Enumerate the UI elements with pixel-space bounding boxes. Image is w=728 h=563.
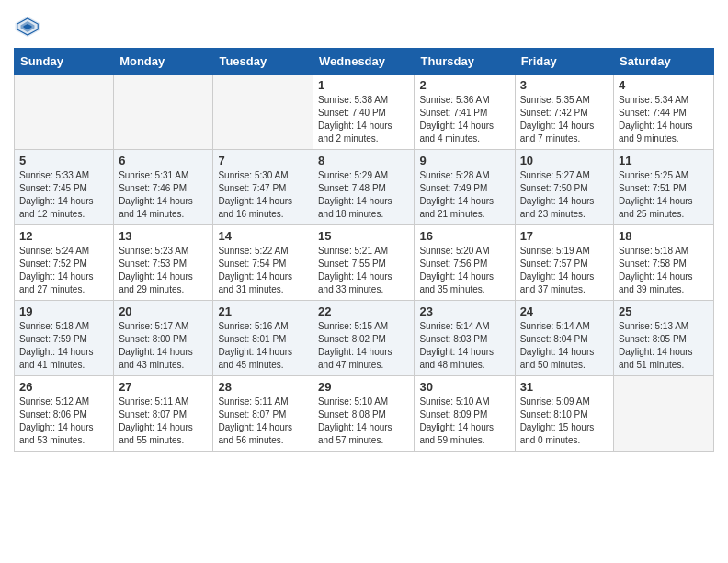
calendar-cell: 18Sunrise: 5:18 AM Sunset: 7:58 PM Dayli… [614, 225, 714, 301]
day-info: Sunrise: 5:17 AM Sunset: 8:00 PM Dayligh… [119, 320, 208, 372]
calendar-cell: 15Sunrise: 5:21 AM Sunset: 7:55 PM Dayli… [313, 225, 415, 301]
day-info: Sunrise: 5:16 AM Sunset: 8:01 PM Dayligh… [218, 320, 308, 372]
day-number: 31 [520, 380, 609, 394]
day-info: Sunrise: 5:18 AM Sunset: 7:59 PM Dayligh… [19, 320, 108, 372]
header [14, 9, 714, 40]
calendar-cell: 26Sunrise: 5:12 AM Sunset: 8:06 PM Dayli… [15, 376, 114, 452]
day-info: Sunrise: 5:23 AM Sunset: 7:53 PM Dayligh… [119, 245, 208, 296]
day-number: 22 [318, 304, 409, 318]
day-number: 2 [419, 78, 509, 92]
day-number: 17 [520, 229, 609, 243]
day-info: Sunrise: 5:18 AM Sunset: 7:58 PM Dayligh… [619, 245, 709, 296]
calendar-body: 1Sunrise: 5:38 AM Sunset: 7:40 PM Daylig… [15, 75, 714, 452]
day-info: Sunrise: 5:28 AM Sunset: 7:49 PM Dayligh… [419, 169, 509, 221]
calendar-cell: 9Sunrise: 5:28 AM Sunset: 7:49 PM Daylig… [415, 150, 515, 225]
calendar-header: SundayMondayTuesdayWednesdayThursdayFrid… [15, 49, 714, 75]
day-info: Sunrise: 5:25 AM Sunset: 7:51 PM Dayligh… [619, 169, 709, 221]
day-number: 19 [19, 304, 108, 318]
day-number: 21 [218, 304, 308, 318]
day-number: 27 [119, 380, 208, 394]
day-info: Sunrise: 5:13 AM Sunset: 8:05 PM Dayligh… [619, 320, 709, 372]
day-number: 23 [419, 304, 509, 318]
day-number: 6 [119, 154, 208, 167]
day-number: 30 [419, 380, 509, 394]
day-number: 10 [520, 154, 609, 167]
calendar-cell: 23Sunrise: 5:14 AM Sunset: 8:03 PM Dayli… [415, 301, 515, 376]
day-info: Sunrise: 5:10 AM Sunset: 8:09 PM Dayligh… [419, 396, 509, 447]
day-number: 25 [619, 304, 709, 318]
day-number: 14 [218, 229, 308, 243]
calendar-cell: 28Sunrise: 5:11 AM Sunset: 8:07 PM Dayli… [213, 376, 313, 452]
day-number: 28 [218, 380, 308, 394]
week-row-2: 5Sunrise: 5:33 AM Sunset: 7:45 PM Daylig… [15, 150, 714, 225]
header-day-wednesday: Wednesday [313, 49, 415, 75]
day-info: Sunrise: 5:20 AM Sunset: 7:56 PM Dayligh… [419, 245, 509, 296]
day-number: 11 [619, 154, 709, 167]
header-day-friday: Friday [515, 49, 613, 75]
header-day-sunday: Sunday [15, 49, 114, 75]
week-row-1: 1Sunrise: 5:38 AM Sunset: 7:40 PM Daylig… [15, 75, 714, 150]
calendar-cell: 29Sunrise: 5:10 AM Sunset: 8:08 PM Dayli… [313, 376, 415, 452]
day-info: Sunrise: 5:35 AM Sunset: 7:42 PM Dayligh… [520, 94, 609, 145]
calendar-cell: 8Sunrise: 5:29 AM Sunset: 7:48 PM Daylig… [313, 150, 415, 225]
day-info: Sunrise: 5:10 AM Sunset: 8:08 PM Dayligh… [318, 396, 409, 447]
calendar-cell [114, 75, 213, 150]
calendar-cell: 21Sunrise: 5:16 AM Sunset: 8:01 PM Dayli… [213, 301, 313, 376]
header-day-thursday: Thursday [415, 49, 515, 75]
day-number: 4 [619, 78, 709, 92]
calendar-cell: 30Sunrise: 5:10 AM Sunset: 8:09 PM Dayli… [415, 376, 515, 452]
day-number: 7 [218, 154, 308, 167]
day-number: 5 [19, 154, 108, 167]
header-row: SundayMondayTuesdayWednesdayThursdayFrid… [15, 49, 714, 75]
calendar-cell: 3Sunrise: 5:35 AM Sunset: 7:42 PM Daylig… [515, 75, 613, 150]
calendar-cell: 12Sunrise: 5:24 AM Sunset: 7:52 PM Dayli… [15, 225, 114, 301]
calendar-table: SundayMondayTuesdayWednesdayThursdayFrid… [14, 48, 714, 452]
header-day-tuesday: Tuesday [213, 49, 313, 75]
day-info: Sunrise: 5:29 AM Sunset: 7:48 PM Dayligh… [318, 169, 409, 221]
week-row-5: 26Sunrise: 5:12 AM Sunset: 8:06 PM Dayli… [15, 376, 714, 452]
calendar-cell: 5Sunrise: 5:33 AM Sunset: 7:45 PM Daylig… [15, 150, 114, 225]
logo [14, 13, 45, 40]
day-number: 9 [419, 154, 509, 167]
logo-icon [14, 13, 41, 40]
day-number: 20 [119, 304, 208, 318]
header-day-monday: Monday [114, 49, 213, 75]
week-row-4: 19Sunrise: 5:18 AM Sunset: 7:59 PM Dayli… [15, 301, 714, 376]
calendar-cell: 19Sunrise: 5:18 AM Sunset: 7:59 PM Dayli… [15, 301, 114, 376]
header-day-saturday: Saturday [614, 49, 714, 75]
day-number: 24 [520, 304, 609, 318]
day-number: 13 [119, 229, 208, 243]
day-info: Sunrise: 5:11 AM Sunset: 8:07 PM Dayligh… [218, 396, 308, 447]
day-info: Sunrise: 5:38 AM Sunset: 7:40 PM Dayligh… [318, 94, 409, 145]
calendar-cell [213, 75, 313, 150]
week-row-3: 12Sunrise: 5:24 AM Sunset: 7:52 PM Dayli… [15, 225, 714, 301]
day-info: Sunrise: 5:15 AM Sunset: 8:02 PM Dayligh… [318, 320, 409, 372]
day-info: Sunrise: 5:30 AM Sunset: 7:47 PM Dayligh… [218, 169, 308, 221]
day-info: Sunrise: 5:09 AM Sunset: 8:10 PM Dayligh… [520, 396, 609, 447]
day-number: 16 [419, 229, 509, 243]
calendar-cell: 7Sunrise: 5:30 AM Sunset: 7:47 PM Daylig… [213, 150, 313, 225]
calendar-cell: 24Sunrise: 5:14 AM Sunset: 8:04 PM Dayli… [515, 301, 613, 376]
calendar-cell: 16Sunrise: 5:20 AM Sunset: 7:56 PM Dayli… [415, 225, 515, 301]
day-info: Sunrise: 5:19 AM Sunset: 7:57 PM Dayligh… [520, 245, 609, 296]
day-number: 26 [19, 380, 108, 394]
calendar-cell: 1Sunrise: 5:38 AM Sunset: 7:40 PM Daylig… [313, 75, 415, 150]
day-info: Sunrise: 5:11 AM Sunset: 8:07 PM Dayligh… [119, 396, 208, 447]
calendar-cell: 17Sunrise: 5:19 AM Sunset: 7:57 PM Dayli… [515, 225, 613, 301]
day-info: Sunrise: 5:34 AM Sunset: 7:44 PM Dayligh… [619, 94, 709, 145]
calendar-cell: 2Sunrise: 5:36 AM Sunset: 7:41 PM Daylig… [415, 75, 515, 150]
day-info: Sunrise: 5:27 AM Sunset: 7:50 PM Dayligh… [520, 169, 609, 221]
calendar-cell: 22Sunrise: 5:15 AM Sunset: 8:02 PM Dayli… [313, 301, 415, 376]
day-info: Sunrise: 5:33 AM Sunset: 7:45 PM Dayligh… [19, 169, 108, 221]
day-number: 29 [318, 380, 409, 394]
day-info: Sunrise: 5:36 AM Sunset: 7:41 PM Dayligh… [419, 94, 509, 145]
day-info: Sunrise: 5:14 AM Sunset: 8:03 PM Dayligh… [419, 320, 509, 372]
day-info: Sunrise: 5:21 AM Sunset: 7:55 PM Dayligh… [318, 245, 409, 296]
day-number: 15 [318, 229, 409, 243]
day-number: 8 [318, 154, 409, 167]
calendar-cell: 10Sunrise: 5:27 AM Sunset: 7:50 PM Dayli… [515, 150, 613, 225]
calendar-cell: 14Sunrise: 5:22 AM Sunset: 7:54 PM Dayli… [213, 225, 313, 301]
calendar-cell: 20Sunrise: 5:17 AM Sunset: 8:00 PM Dayli… [114, 301, 213, 376]
day-info: Sunrise: 5:12 AM Sunset: 8:06 PM Dayligh… [19, 396, 108, 447]
calendar-cell: 4Sunrise: 5:34 AM Sunset: 7:44 PM Daylig… [614, 75, 714, 150]
